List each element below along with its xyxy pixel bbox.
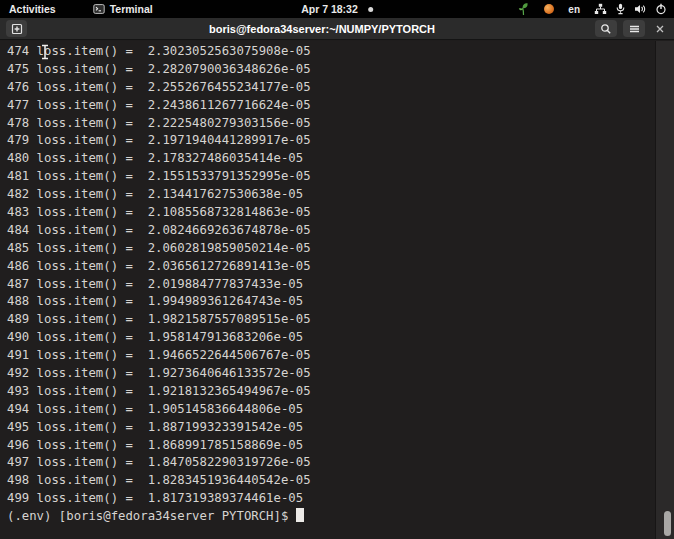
prompt-line: (.env) [boris@fedora34server PYTORCH]$ <box>7 508 674 526</box>
hamburger-icon <box>629 23 640 35</box>
terminal-output-line: 482 loss.item() = 2.134417627530638e-05 <box>7 186 674 204</box>
new-tab-button[interactable] <box>6 20 27 37</box>
terminal-output-line: 478 loss.item() = 2.2225480279303156e-05 <box>7 115 674 133</box>
terminal-output-line: 486 loss.item() = 2.0365612726891413e-05 <box>7 258 674 276</box>
terminal-output: 474 loss.item() = 2.3023052563075908e-05… <box>7 43 674 508</box>
terminal-output-line: 479 loss.item() = 2.1971940441289917e-05 <box>7 132 674 150</box>
close-icon <box>655 24 665 34</box>
terminal-output-line: 477 loss.item() = 2.2438611267716624e-05 <box>7 97 674 115</box>
terminal-screen[interactable]: 474 loss.item() = 2.3023052563075908e-05… <box>0 41 674 539</box>
search-icon <box>600 23 612 35</box>
terminal-output-line: 489 loss.item() = 1.9821587557089515e-05 <box>7 311 674 329</box>
clock-label: Apr 7 18:32 <box>301 3 358 15</box>
keyboard-layout-indicator[interactable]: en <box>568 4 580 15</box>
notification-dot <box>368 7 373 12</box>
terminal-output-line: 499 loss.item() = 1.817319389374461e-05 <box>7 490 674 508</box>
terminal-output-line: 496 loss.item() = 1.868991785158869e-05 <box>7 437 674 455</box>
new-tab-icon <box>11 23 23 35</box>
terminal-app-icon <box>93 3 105 15</box>
terminal-output-line: 485 loss.item() = 2.0602819859050214e-05 <box>7 240 674 258</box>
orange-tray-icon[interactable] <box>544 4 554 14</box>
volume-icon <box>634 3 647 15</box>
clock-button[interactable]: Apr 7 18:32 <box>301 0 373 18</box>
terminal-output-line: 493 loss.item() = 1.9218132365494967e-05 <box>7 383 674 401</box>
gnome-top-bar: Activities Terminal Apr 7 18:32 <box>0 0 674 18</box>
activities-button[interactable]: Activities <box>0 0 65 18</box>
app-menu-label: Terminal <box>110 3 153 15</box>
terminal-output-line: 498 loss.item() = 1.8283451936440542e-05 <box>7 472 674 490</box>
terminal-output-line: 476 loss.item() = 2.2552676455234177e-05 <box>7 79 674 97</box>
shell-prompt: (.env) [boris@fedora34server PYTORCH]$ <box>7 509 296 523</box>
terminal-output-line: 492 loss.item() = 1.9273640646133572e-05 <box>7 365 674 383</box>
terminal-output-line: 480 loss.item() = 2.178327486035414e-05 <box>7 150 674 168</box>
scrollbar-thumb[interactable] <box>664 511 671 536</box>
terminal-output-line: 497 loss.item() = 1.8470582290319726e-05 <box>7 454 674 472</box>
terminal-output-line: 484 loss.item() = 2.0824669263674878e-05 <box>7 222 674 240</box>
terminal-output-line: 487 loss.item() = 2.019884777837433e-05 <box>7 276 674 294</box>
terminal-titlebar[interactable]: boris@fedora34server:~/NUMPY/PYTORCH <box>0 18 674 40</box>
terminal-output-line: 481 loss.item() = 2.1551533791352995e-05 <box>7 168 674 186</box>
microphone-icon <box>615 3 626 15</box>
search-button[interactable] <box>595 20 617 37</box>
terminal-output-line: 488 loss.item() = 1.994989361264743e-05 <box>7 293 674 311</box>
terminal-output-line: 495 loss.item() = 1.887199323391542e-05 <box>7 419 674 437</box>
sprout-tray-icon[interactable] <box>517 2 530 16</box>
app-menu-terminal[interactable]: Terminal <box>85 0 161 18</box>
terminal-output-line: 494 loss.item() = 1.905145836644806e-05 <box>7 401 674 419</box>
text-cursor <box>296 508 304 522</box>
system-tray: en <box>517 0 674 18</box>
power-icon <box>655 3 667 15</box>
terminal-output-line: 474 loss.item() = 2.3023052563075908e-05 <box>7 43 674 61</box>
menu-button[interactable] <box>623 20 645 37</box>
terminal-output-line: 490 loss.item() = 1.958147913683206e-05 <box>7 329 674 347</box>
system-menu[interactable] <box>594 3 667 15</box>
scrollbar-track[interactable] <box>655 41 674 539</box>
terminal-output-line: 475 loss.item() = 2.2820790036348626e-05 <box>7 61 674 79</box>
network-icon <box>594 3 607 15</box>
window-title: boris@fedora34server:~/NUMPY/PYTORCH <box>60 18 584 40</box>
close-button[interactable] <box>651 20 669 37</box>
desktop: Activities Terminal Apr 7 18:32 <box>0 0 674 539</box>
terminal-output-line: 483 loss.item() = 2.1085568732814863e-05 <box>7 204 674 222</box>
terminal-output-line: 491 loss.item() = 1.9466522644506767e-05 <box>7 347 674 365</box>
